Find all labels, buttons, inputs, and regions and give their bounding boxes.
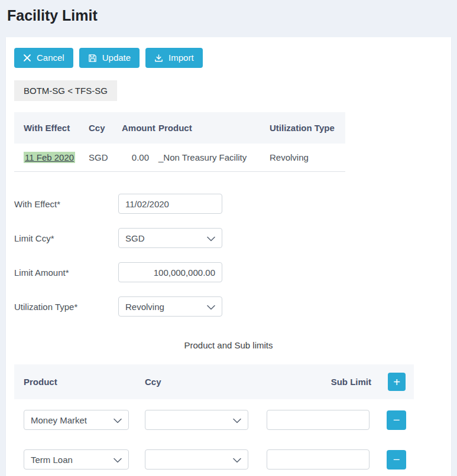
chevron-down-icon [207,233,215,243]
chevron-down-icon [233,415,241,425]
remove-row-button[interactable]: − [387,450,406,470]
column-header-ccy: Ccy [145,377,331,387]
import-button-label: Import [168,53,194,63]
cancel-button-label: Cancel [37,53,64,63]
toolbar: Cancel Update Import [14,48,443,68]
update-button[interactable]: Update [79,48,140,68]
with-effect-input[interactable] [118,194,222,214]
ccy-cell: SGD [84,144,117,172]
limit-amount-label: Limit Amount* [14,268,118,278]
utilization-type-cell: Revolving [265,144,345,172]
limit-ccy-select[interactable]: SGD [118,228,222,248]
add-row-button[interactable]: + [388,373,406,391]
sublimits-section-title: Product and Sub limits [14,340,443,350]
limits-table: With Effect Ccy Amount Product Utilizati… [14,112,345,172]
product-select[interactable]: Term Loan [24,449,129,470]
form-row-with-effect: With Effect* [14,194,443,214]
table-row: 11 Feb 2020 SGD 0.00 _Non Treasury Facil… [14,144,345,172]
save-icon [88,54,97,63]
chevron-down-icon [114,415,122,425]
sublimits-rows: Money Market − Term Loan [14,410,414,476]
limits-table-header-row: With Effect Ccy Amount Product Utilizati… [14,112,345,144]
product-selected-value: Money Market [31,415,87,425]
product-selected-value: Term Loan [31,455,73,465]
chevron-down-icon [207,302,215,312]
sublimits-table-header: Product Ccy Sub Limit + [14,364,414,399]
limit-amount-input[interactable] [118,262,222,282]
limit-ccy-selected-value: SGD [125,233,145,243]
page-title: Facility Limit [0,0,457,34]
facility-limit-card: Cancel Update Import BOTM-SG < TFS-SG Wi… [6,37,451,476]
x-icon [23,54,31,62]
ccy-select[interactable] [145,410,248,430]
sublimit-row: Money Market − [14,410,414,430]
column-header-product: Product [154,112,265,144]
plus-icon: + [393,376,400,388]
column-header-amount: Amount [117,112,154,144]
limit-ccy-label: Limit Ccy* [14,233,118,243]
form-row-utilization-type: Utilization Type* Revolving [14,296,443,317]
chevron-down-icon [114,455,122,465]
ccy-select[interactable] [145,449,248,470]
column-header-sub-limit: Sub Limit [331,377,371,387]
sublimits-table: Product Ccy Sub Limit + Money Market [14,364,414,476]
column-header-with-effect: With Effect [14,112,84,144]
utilization-type-selected-value: Revolving [125,302,164,312]
minus-icon: − [393,414,400,426]
product-select[interactable]: Money Market [24,410,129,430]
remove-row-button[interactable]: − [387,410,406,430]
cancel-button[interactable]: Cancel [14,48,73,68]
form-row-limit-ccy: Limit Ccy* SGD [14,228,443,248]
utilization-type-label: Utilization Type* [14,302,118,312]
with-effect-label: With Effect* [14,199,118,209]
utilization-type-select[interactable]: Revolving [118,296,222,317]
with-effect-date-link[interactable]: 11 Feb 2020 [24,152,75,163]
sublimit-row: Term Loan − [14,449,414,470]
update-button-label: Update [102,53,131,63]
sublimit-amount-input[interactable] [267,449,370,470]
form-row-limit-amount: Limit Amount* [14,262,443,282]
product-cell: _Non Treasury Facility [154,144,265,172]
import-button[interactable]: Import [145,48,203,68]
minus-icon: − [393,454,400,465]
breadcrumb: BOTM-SG < TFS-SG [14,80,117,101]
facility-limit-form: With Effect* Limit Ccy* SGD Limit Amount… [14,194,443,317]
column-header-utilization-type: Utilization Type [265,112,345,144]
with-effect-cell: 11 Feb 2020 [14,144,84,172]
import-download-icon [154,54,163,63]
column-header-product: Product [14,377,145,387]
sublimit-amount-input[interactable] [267,410,370,430]
chevron-down-icon [233,455,241,465]
amount-cell: 0.00 [117,144,154,172]
column-header-ccy: Ccy [84,112,117,144]
